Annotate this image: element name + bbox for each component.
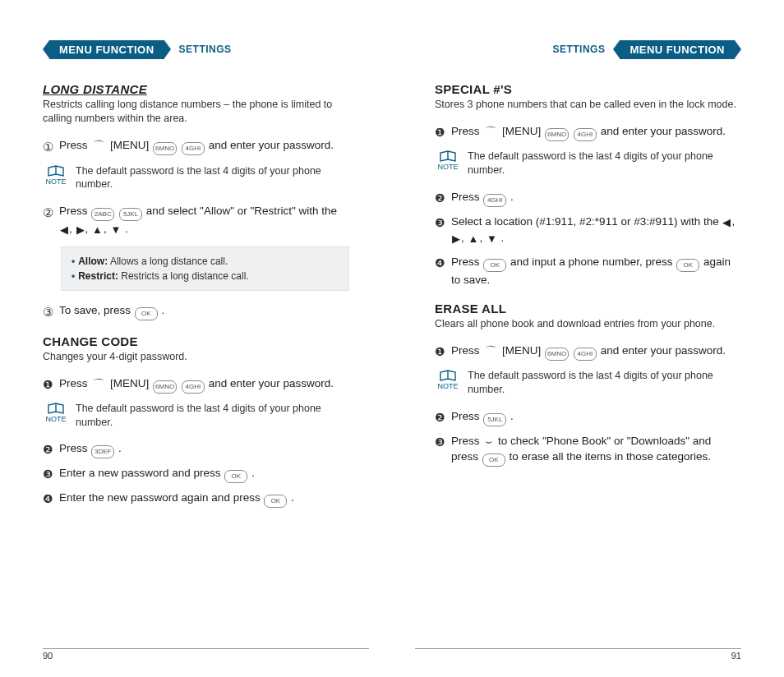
step-row: ❸ Press ⌣ to check "Phone Book" or "Down… — [435, 433, 741, 467]
info-box: •Allow: Allows a long distance call. •Re… — [61, 246, 349, 291]
note-row: NOTE The default password is the last 4 … — [44, 164, 349, 192]
step-number-icon: ❶ — [43, 376, 59, 393]
step-row: ❷ Press 4GHI . — [435, 189, 741, 207]
step-number-icon: ② — [43, 204, 59, 222]
text: Enter a new password and press — [59, 467, 224, 479]
menu-label: [MENU] — [110, 377, 149, 389]
note-icon: NOTE — [44, 164, 67, 186]
step-number-icon: ❶ — [435, 343, 451, 360]
key-ok-icon: OK — [135, 307, 158, 320]
step-number-icon: ❸ — [43, 466, 59, 482]
softkey-icon: ⌒ — [91, 140, 106, 151]
step-number-icon: ❷ — [435, 409, 451, 426]
tab-wing — [613, 40, 620, 58]
text: to erase all the items in those categori… — [510, 450, 711, 463]
text: and enter your password. — [209, 139, 334, 151]
step-number-icon: ❸ — [435, 434, 451, 450]
text: Enter the new password again and press — [59, 491, 263, 504]
text: Press — [451, 435, 482, 447]
key-5-icon: 5JKL — [119, 208, 142, 221]
note-label: NOTE — [437, 382, 458, 390]
note-label: NOTE — [45, 415, 66, 423]
text: Select a location (#1:911, #2:*911 or #3… — [451, 215, 722, 228]
note-label: NOTE — [437, 163, 458, 171]
note-row: NOTE The default password is the last 4 … — [436, 369, 741, 397]
step-row: ❶ Press ⌒ [MENU] 6MNO 4GHI and enter you… — [435, 123, 741, 141]
step-body: Press ⌣ to check "Phone Book" or "Downlo… — [451, 433, 741, 467]
key-ok-icon: OK — [482, 454, 505, 467]
text: . — [125, 223, 128, 235]
arrow-right-icon: ▶ — [76, 223, 85, 238]
arrow-down-icon: ▼ — [110, 223, 121, 238]
step-body: Press ⌒ [MENU] 6MNO 4GHI and enter your … — [59, 137, 349, 155]
section-special-desc: Stores 3 phone numbers that can be calle… — [435, 98, 741, 112]
key-2-icon: 2ABC — [91, 208, 114, 221]
key-ok-icon: OK — [264, 495, 287, 508]
step-body: Press 5JKL . — [451, 408, 741, 426]
key-6-icon: 6MNO — [153, 142, 177, 155]
section-special-title: SPECIAL #'S — [435, 82, 741, 96]
key-ok-icon: OK — [676, 259, 699, 272]
step-row: ① Press ⌒ [MENU] 6MNO 4GHI and enter you… — [43, 137, 349, 156]
step-row: ❶ Press ⌒ [MENU] 6MNO 4GHI and enter you… — [435, 343, 741, 361]
tab-wing — [164, 40, 171, 58]
page-rule — [43, 648, 369, 649]
text: . — [118, 442, 122, 454]
softkey-right-icon: ⌣ — [483, 435, 494, 447]
step-row: ❹ Enter the new password again and press… — [43, 490, 349, 508]
text: Restricts a long distance call. — [118, 270, 249, 282]
arrow-down-icon: ▼ — [487, 232, 497, 247]
header-left: MENU FUNCTION SETTINGS — [43, 39, 349, 59]
note-row: NOTE The default password is the last 4 … — [436, 150, 741, 177]
text: and enter your password. — [209, 377, 334, 389]
arrow-up-icon: ▲ — [92, 223, 103, 238]
info-line: •Allow: Allows a long distance call. — [71, 254, 339, 269]
step-body: Press ⌒ [MENU] 6MNO 4GHI and enter your … — [451, 343, 741, 361]
tab-wing — [735, 40, 741, 58]
note-text: The default password is the last 4 digit… — [76, 402, 349, 430]
note-row: NOTE The default password is the last 4 … — [44, 402, 349, 430]
step-row: ❶ Press ⌒ [MENU] 6MNO 4GHI and enter you… — [43, 375, 349, 394]
tab-wing — [43, 40, 49, 58]
text: and input a phone number, press — [510, 256, 676, 268]
step-body: Press ⌒ [MENU] 6MNO 4GHI and enter your … — [451, 123, 741, 141]
header-sub: SETTINGS — [179, 44, 232, 55]
text: Press — [59, 377, 90, 389]
step-row: ③ To save, press OK . — [43, 302, 349, 321]
step-number-icon: ❹ — [43, 490, 59, 507]
section-long-distance-title: LONG DISTANCE — [43, 82, 349, 96]
step-body: To save, press OK . — [59, 302, 349, 320]
header-tab: MENU FUNCTION — [620, 40, 735, 59]
info-line: •Restrict: Restricts a long distance cal… — [71, 269, 339, 283]
key-5-icon: 5JKL — [483, 413, 506, 426]
softkey-icon: ⌒ — [483, 126, 498, 137]
section-change-code-desc: Changes your 4-digit password. — [43, 350, 349, 364]
note-text: The default password is the last 4 digit… — [76, 164, 349, 192]
page-rule — [415, 648, 741, 649]
step-row: ❷ Press 5JKL . — [435, 408, 741, 426]
step-row: ❸ Select a location (#1:911, #2:*911 or … — [435, 214, 741, 248]
step-body: Enter a new password and press OK . — [59, 465, 349, 483]
header-sub: SETTINGS — [552, 44, 605, 55]
softkey-icon: ⌒ — [91, 378, 106, 389]
page-number: 90 — [43, 651, 53, 661]
text: Press — [451, 191, 482, 203]
text: . — [510, 191, 514, 203]
note-icon: NOTE — [436, 150, 459, 171]
key-4-icon: 4GHI — [574, 348, 597, 361]
step-body: Press ⌒ [MENU] 6MNO 4GHI and enter your … — [59, 375, 349, 394]
text: To save, press — [59, 304, 134, 316]
text: . — [501, 232, 505, 244]
text: Press — [59, 139, 90, 151]
step-body: Press 2ABC 5JKL and select "Allow" or "R… — [59, 203, 349, 238]
note-text: The default password is the last 4 digit… — [468, 150, 741, 177]
text: Allows a long distance call. — [108, 256, 228, 267]
text: Press — [59, 442, 90, 454]
step-number-icon: ❷ — [435, 190, 451, 206]
text: Press — [451, 256, 482, 268]
text: and enter your password. — [601, 344, 726, 357]
note-icon: NOTE — [44, 402, 67, 423]
menu-label: [MENU] — [110, 139, 149, 151]
section-erase-desc: Clears all phone book and download entri… — [435, 317, 741, 331]
key-4-icon: 4GHI — [182, 142, 205, 155]
